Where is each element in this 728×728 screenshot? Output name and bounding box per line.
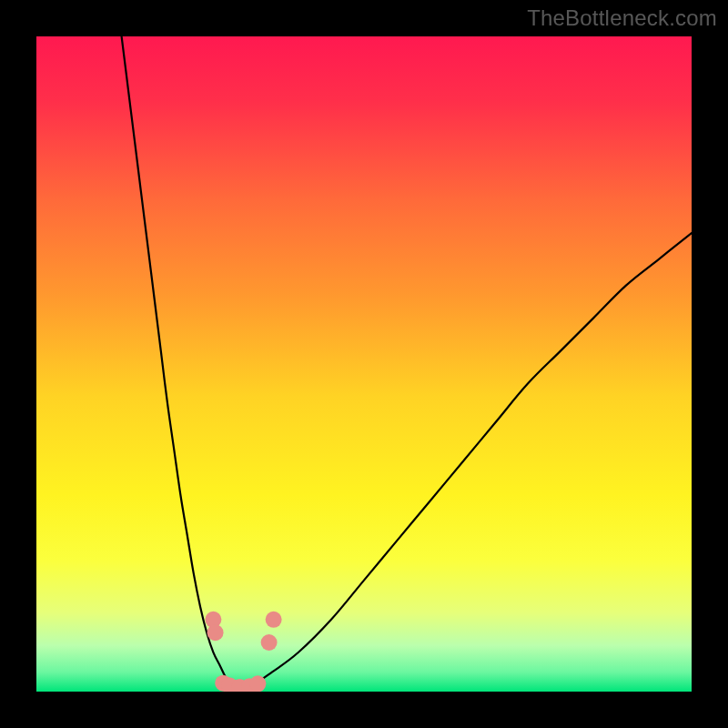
valley-point xyxy=(207,624,224,641)
chart-curves xyxy=(36,36,692,692)
curve-left xyxy=(122,36,240,688)
valley-point xyxy=(266,612,282,628)
threshold-valley-points xyxy=(205,612,281,692)
chart-frame: TheBottleneck.com xyxy=(0,0,728,728)
watermark-text: TheBottleneck.com xyxy=(527,5,717,31)
plot-area xyxy=(36,36,692,692)
curve-right xyxy=(239,233,692,688)
valley-point xyxy=(261,634,278,651)
valley-point xyxy=(249,675,266,692)
